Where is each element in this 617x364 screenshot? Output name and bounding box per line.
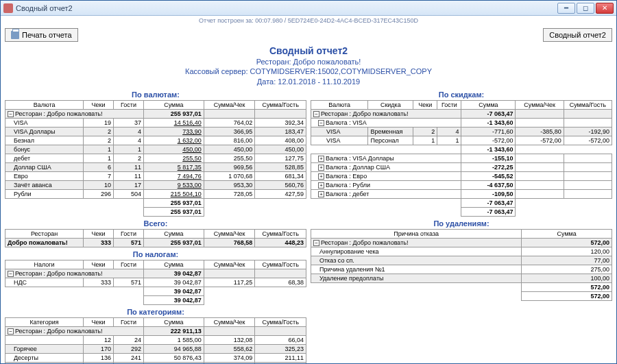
report-retry-label: Сводный отчет2 [549,31,606,39]
subtotal: 255 937,01 [143,199,204,208]
section-discounts: По скидкам: [311,90,612,99]
tree-toggle[interactable]: − [313,111,319,117]
report-restaurant: Ресторан: Добро пожаловать! [1,57,616,66]
total: 255 937,01 [143,208,204,217]
col-spc: Сумма/Чек [204,101,255,110]
taxes-table: НалогиЧекиГостиСуммаСумма/ЧекСумма/Гость… [5,260,306,305]
tree-toggle[interactable]: + [318,182,324,189]
report-header: Сводный отчет2 Ресторан: Добро пожаловат… [1,45,616,86]
tree-toggle[interactable]: − [8,111,14,117]
minimize-button[interactable]: ━ [557,3,575,14]
deletions-table: Причина отказаСумма −Ресторан : Добро по… [311,229,612,301]
print-icon [11,31,19,39]
tree-toggle[interactable]: + [318,191,324,197]
categories-table: КатегорияЧекиГостиСуммаСумма/ЧекСумма/Го… [5,317,306,363]
col-guests: Гости [114,101,144,110]
tree-toggle[interactable]: + [318,156,324,162]
close-button[interactable]: ✕ [596,3,614,14]
section-deletions: По удалениям: [311,219,612,228]
col-checks: Чеки [84,101,114,110]
build-meta: Отчет построен за: 00:07.980 / 5ED724E0-… [1,16,616,25]
app-icon [3,3,13,13]
tree-toggle[interactable]: − [318,120,324,126]
print-button[interactable]: Печать отчета [5,28,78,42]
report-server: Кассовый сервер: COTYMIDSERVER:15002,COT… [1,66,616,76]
col-sum: Сумма [143,101,204,110]
maximize-button[interactable]: ◻ [577,3,594,14]
grand-total-table: РесторанЧекиГостиСуммаСумма/ЧекСумма/Гос… [5,229,306,247]
group-label: Ресторан : Добро пожаловать! [15,110,102,117]
col-spg: Сумма/Гость [255,101,306,110]
section-categories: По категориям: [5,308,306,316]
col-currency: Валюта [5,101,84,110]
currencies-table: Валюта Чеки Гости Сумма Сумма/Чек Сумма/… [5,100,306,217]
section-currencies: По валютам: [5,90,306,99]
tree-toggle[interactable]: + [318,173,324,180]
row-name: VISA [5,119,84,128]
tree-toggle[interactable]: − [8,328,14,335]
titlebar: Сводный отчет2 ━ ◻ ✕ [1,1,616,16]
print-label: Печать отчета [22,31,72,39]
grand-total-label: Всего: [5,219,306,228]
section-taxes: По налогам: [5,250,306,258]
window-title: Сводный отчет2 [16,4,557,12]
discounts-table: ВалютаСкидкаЧекиГостиСуммаСумма/ЧекСумма… [311,100,612,217]
tree-toggle[interactable]: − [8,271,14,277]
tree-toggle[interactable]: + [318,165,324,171]
report-dates: Дата: 12.01.2018 - 11.10.2019 [1,77,616,86]
report-title: Сводный отчет2 [1,45,616,57]
report-retry-button[interactable]: Сводный отчет2 [543,28,612,42]
group-total: 255 937,01 [143,110,204,119]
tree-toggle[interactable]: − [313,240,319,246]
